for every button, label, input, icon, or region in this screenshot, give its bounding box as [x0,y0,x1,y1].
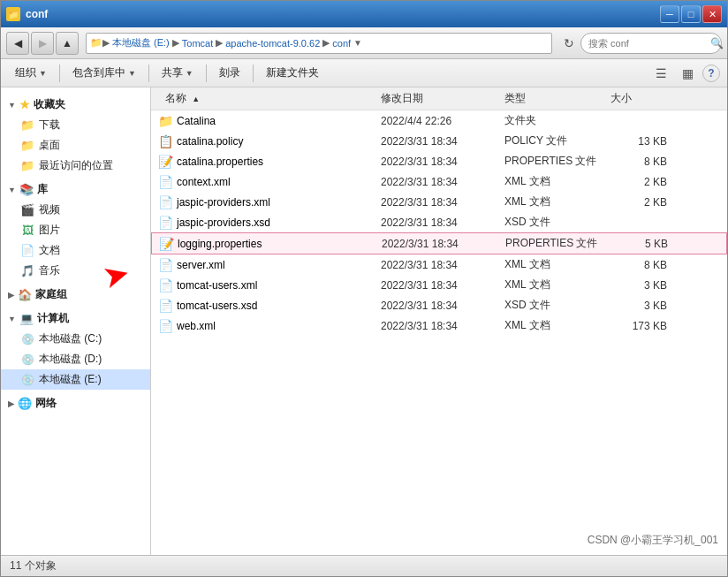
table-row[interactable]: 📄 tomcat-users.xsd 2022/3/31 18:34 XSD 文… [151,295,727,315]
sidebar-item-recent[interactable]: 📁 最近访问的位置 [1,156,150,176]
up-button[interactable]: ▲ [56,32,79,55]
file-size-cell: 2 KB [610,196,681,209]
homegroup-label: 家庭组 [35,287,67,302]
library-header[interactable]: ▼ 📚 库 [1,179,150,200]
breadcrumb-dropdown[interactable]: ▼ [353,38,362,48]
file-type-cell: XML 文档 [504,174,610,189]
view-details-button[interactable]: ▦ [676,63,699,84]
sidebar-item-doc-label: 文档 [39,243,60,258]
file-name-cell: 📄 context.xml [151,175,381,189]
computer-icon: 💻 [19,312,34,325]
sidebar-item-drive-c-label: 本地磁盘 (C:) [39,331,102,346]
file-name-text: jaspic-providers.xsd [177,216,270,229]
explorer-window: 📁 conf ─ □ ✕ ◀ ▶ ▲ 📁 ▶ 本地磁盘 (E:) ▶ Tomca… [0,0,728,577]
file-icon: 📄 [158,216,172,230]
sidebar-item-recent-label: 最近访问的位置 [39,158,113,173]
sidebar-item-music[interactable]: 🎵 音乐 [1,261,150,281]
file-name-text: jaspic-providers.xml [177,196,270,209]
sidebar-item-drive-c[interactable]: 💿 本地磁盘 (C:) [1,329,150,349]
burn-button[interactable]: 刻录 [212,63,247,84]
library-label: 库 [37,182,48,197]
refresh-button[interactable]: ↻ [557,33,580,54]
file-name-cell: 📄 server.xml [151,258,381,272]
homegroup-section: ▶ 🏠 家庭组 [1,285,150,305]
table-row[interactable]: 📄 jaspic-providers.xml 2022/3/31 18:34 X… [151,192,727,212]
drive-e-icon: 💿 [20,373,34,387]
video-icon: 🎬 [20,203,34,217]
table-row[interactable]: 📁 Catalina 2022/4/4 22:26 文件夹 [151,110,727,131]
file-icon: 📁 [158,114,172,128]
network-triangle: ▶ [8,399,14,408]
file-list: 📁 Catalina 2022/4/4 22:26 文件夹 📋 catalina… [151,110,727,336]
status-bar: 11 个对象 [1,555,727,576]
file-name-text: Catalina [177,115,216,127]
homegroup-header[interactable]: ▶ 🏠 家庭组 [1,285,150,305]
file-date-cell: 2022/3/31 18:34 [381,320,504,332]
table-row[interactable]: 📄 web.xml 2022/3/31 18:34 XML 文档 173 KB [151,315,727,336]
file-icon: 📄 [158,258,172,272]
favorites-header[interactable]: ▼ ★ 收藏夹 [1,95,150,115]
file-type-cell: XML 文档 [504,194,610,209]
file-size-cell: 13 KB [610,135,681,148]
file-date-cell: 2022/4/4 22:26 [381,115,504,127]
back-button[interactable]: ◀ [6,32,29,55]
close-button[interactable]: ✕ [702,5,722,23]
help-button[interactable]: ? [702,65,720,82]
table-row[interactable]: 📋 catalina.policy 2022/3/31 18:34 POLICY… [151,131,727,151]
file-size-cell: 2 KB [610,176,681,188]
minimize-button[interactable]: ─ [660,5,679,23]
col-name-header[interactable]: 名称 ▲ [151,91,381,106]
file-type-cell: PROPERTIES 文件 [505,236,611,251]
new-folder-button[interactable]: 新建文件夹 [259,63,326,84]
file-name-cell: 📝 catalina.properties [151,155,381,169]
maximize-button[interactable]: □ [681,5,701,23]
table-row[interactable]: 📄 context.xml 2022/3/31 18:34 XML 文档 2 K… [151,171,727,192]
table-row[interactable]: 📝 catalina.properties 2022/3/31 18:34 PR… [151,151,727,171]
window-icon: 📁 [6,7,20,21]
table-row[interactable]: 📄 server.xml 2022/3/31 18:34 XML 文档 8 KB [151,254,727,275]
breadcrumb-drive[interactable]: 本地磁盘 (E:) [110,36,172,49]
recent-folder-icon: 📁 [20,159,34,173]
table-row[interactable]: 📄 tomcat-users.xml 2022/3/31 18:34 XML 文… [151,275,727,295]
computer-header[interactable]: ▼ 💻 计算机 [1,308,150,329]
breadcrumb-apache[interactable]: apache-tomcat-9.0.62 [223,38,322,49]
col-size-header[interactable]: 大小 [610,91,681,106]
search-input[interactable] [588,38,710,49]
share-button[interactable]: 共享 ▼ [155,63,201,84]
sidebar-item-drive-d[interactable]: 💿 本地磁盘 (D:) [1,349,150,369]
file-date-cell: 2022/3/31 18:34 [381,279,504,292]
forward-button[interactable]: ▶ [31,32,54,55]
sidebar-item-doc[interactable]: 📄 文档 [1,240,150,261]
desktop-folder-icon: 📁 [20,139,34,153]
sidebar-item-video[interactable]: 🎬 视频 [1,200,150,220]
sidebar-item-desktop[interactable]: 📁 桌面 [1,135,150,156]
col-type-header[interactable]: 类型 [504,91,610,106]
breadcrumb-conf[interactable]: conf [330,38,353,49]
file-type-cell: 文件夹 [504,113,610,128]
share-arrow: ▼ [186,69,193,78]
sidebar-item-download[interactable]: 📁 下载 [1,115,150,135]
file-icon: 📝 [159,237,173,251]
main-content: ▼ ★ 收藏夹 📁 下载 📁 桌面 📁 最近访问的位置 [1,87,727,555]
include-library-button[interactable]: 包含到库中 ▼ [65,63,143,84]
sidebar-item-drive-e[interactable]: 💿 本地磁盘 (E:) [1,369,150,390]
organize-button[interactable]: 组织 ▼ [8,63,54,84]
network-header[interactable]: ▶ 🌐 网络 [1,393,150,414]
view-list-button[interactable]: ☰ [649,63,672,84]
table-row[interactable]: 📝 logging.properties 2022/3/31 18:34 PRO… [151,232,727,254]
file-icon: 📄 [158,195,172,209]
table-row[interactable]: 📄 jaspic-providers.xsd 2022/3/31 18:34 X… [151,212,727,232]
file-date-cell: 2022/3/31 18:34 [381,259,504,271]
file-area: 名称 ▲ 修改日期 类型 大小 📁 Catalina 2022/4/4 22:2… [151,87,727,555]
breadcrumb-tomcat[interactable]: Tomcat [179,38,216,49]
col-date-header[interactable]: 修改日期 [381,91,504,106]
address-bar[interactable]: 📁 ▶ 本地磁盘 (E:) ▶ Tomcat ▶ apache-tomcat-9… [86,33,552,54]
file-size-cell: 173 KB [610,320,681,332]
file-name-cell: 📋 catalina.policy [151,134,381,148]
file-name-text: catalina.properties [177,156,263,168]
search-box[interactable]: 🔍 [580,33,722,54]
sidebar-item-image[interactable]: 🖼 图片 [1,220,150,240]
file-type-cell: XML 文档 [504,257,610,272]
file-name-cell: 📝 logging.properties [152,237,382,251]
file-date-cell: 2022/3/31 18:34 [381,156,504,168]
